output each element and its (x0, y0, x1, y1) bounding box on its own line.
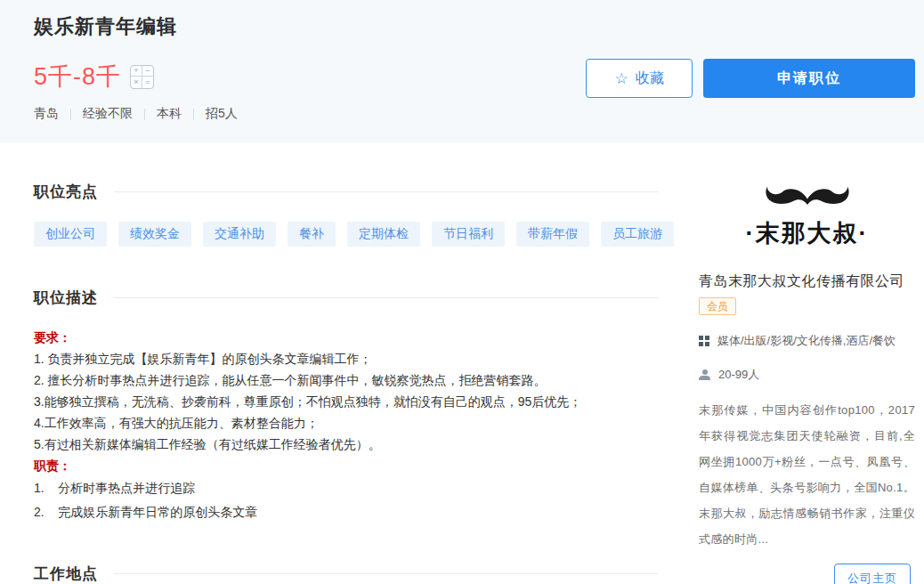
company-size-text: 20-99人 (718, 367, 759, 383)
duty-line: 1. 分析时事热点并进行追踪 (34, 476, 659, 500)
requirement-line: 1. 负责并独立完成【娱乐新青年】的原创头条文章编辑工作； (34, 348, 659, 369)
company-homepage-button[interactable]: 公司主页 (834, 564, 911, 584)
duties-label: 职责： (34, 455, 659, 476)
section-divider (114, 191, 659, 192)
industry-text: 媒体/出版/影视/文化传播,酒店/餐饮 (717, 333, 896, 349)
duty-line: 2. 完成娱乐新青年日常的原创头条文章 (34, 500, 659, 524)
highlight-tag: 员工旅游 (601, 222, 674, 247)
highlight-tag: 餐补 (288, 222, 336, 247)
main-content: 职位亮点 创业公司 绩效奖金 交通补助 餐补 定期体检 节日福利 带薪年假 员工… (0, 142, 924, 584)
meta-divider (70, 109, 71, 120)
member-badge: 会员 (699, 297, 736, 315)
highlights-section: 职位亮点 创业公司 绩效奖金 交通补助 餐补 定期体检 节日福利 带薪年假 员工… (34, 182, 659, 247)
location-section: 工作地点 青岛市市南区漳州路 查看地图 (34, 564, 659, 584)
description-body: 要求： 1. 负责并独立完成【娱乐新青年】的原创头条文章编辑工作； 2. 擅长分… (34, 327, 659, 524)
company-size-row: 20-99人 (699, 367, 915, 383)
meta-experience: 经验不限 (83, 106, 133, 122)
meta-divider (144, 109, 145, 120)
calc-plus-glyph: + (131, 66, 142, 77)
calc-times-glyph: × (131, 77, 142, 88)
description-section: 职位描述 要求： 1. 负责并独立完成【娱乐新青年】的原创头条文章编辑工作； 2… (34, 288, 659, 524)
job-detail-column: 职位亮点 创业公司 绩效奖金 交通补助 餐补 定期体检 节日福利 带薪年假 员工… (34, 142, 659, 584)
highlight-tag: 创业公司 (34, 222, 107, 247)
requirements-label: 要求： (34, 327, 659, 348)
calc-minus-glyph: − (142, 66, 154, 77)
meta-education: 本科 (157, 106, 182, 122)
requirement-line: 5.有过相关新媒体编辑工作经验（有过纸媒工作经验者优先）。 (34, 434, 659, 455)
section-divider (114, 573, 659, 574)
highlight-tag: 交通补助 (203, 222, 276, 247)
favorite-label: 收藏 (636, 69, 664, 88)
requirement-line: 4.工作效率高，有强大的抗压能力、素材整合能力； (34, 412, 659, 434)
mustache-icon (764, 183, 851, 212)
highlight-tag: 节日福利 (432, 222, 505, 247)
industry-grid-icon (699, 336, 709, 346)
star-icon: ☆ (614, 71, 628, 86)
job-detail-page: 娱乐新青年编辑 5千-8千 + − × = 青岛 经验不限 本科 招5人 ☆ 收… (0, 0, 924, 584)
logo-text: ·末那大叔· (699, 217, 915, 249)
industry-row: 媒体/出版/影视/文化传播,酒店/餐饮 (699, 333, 915, 349)
salary-calculator-icon[interactable]: + − × = (130, 65, 154, 89)
highlight-tag: 定期体检 (347, 222, 420, 247)
apply-button[interactable]: 申请职位 (703, 59, 915, 98)
location-title: 工作地点 (34, 564, 98, 584)
meta-divider (193, 109, 194, 120)
person-icon (699, 369, 710, 380)
meta-city: 青岛 (34, 106, 59, 122)
company-name[interactable]: 青岛末那大叔文化传播有限公司 (699, 272, 915, 291)
description-title: 职位描述 (34, 288, 98, 308)
highlight-tag: 带薪年假 (516, 222, 589, 247)
job-header: 娱乐新青年编辑 5千-8千 + − × = 青岛 经验不限 本科 招5人 ☆ 收… (0, 0, 924, 142)
salary-range: 5千-8千 (34, 61, 121, 93)
page-title: 娱乐新青年编辑 (34, 13, 924, 40)
meta-headcount: 招5人 (206, 106, 238, 122)
favorite-button[interactable]: ☆ 收藏 (586, 59, 693, 98)
calc-equals-glyph: = (142, 77, 154, 88)
section-divider (114, 297, 659, 298)
highlight-tag: 绩效奖金 (118, 222, 191, 247)
highlights-title: 职位亮点 (34, 182, 98, 202)
requirement-line: 3.能够独立撰稿，无洗稿、抄袭前科，尊重原创；不怕观点独特，就怕没有自己的观点，… (34, 391, 659, 412)
company-description: 末那传媒，中国内容创作top100，2017年获得视觉志集团天使轮融资，目前,全… (699, 397, 915, 552)
highlight-tags: 创业公司 绩效奖金 交通补助 餐补 定期体检 节日福利 带薪年假 员工旅游 (34, 222, 659, 247)
company-logo[interactable]: ·末那大叔· (699, 183, 915, 249)
company-sidebar: ·末那大叔· 青岛末那大叔文化传播有限公司 会员 媒体/出版/影视/文化传播,酒… (699, 142, 915, 584)
requirement-line: 2. 擅长分析时事热点并进行追踪，能从任意一个新闻事件中，敏锐察觉热点，拒绝营销… (34, 369, 659, 391)
job-meta: 青岛 经验不限 本科 招5人 (34, 106, 924, 122)
